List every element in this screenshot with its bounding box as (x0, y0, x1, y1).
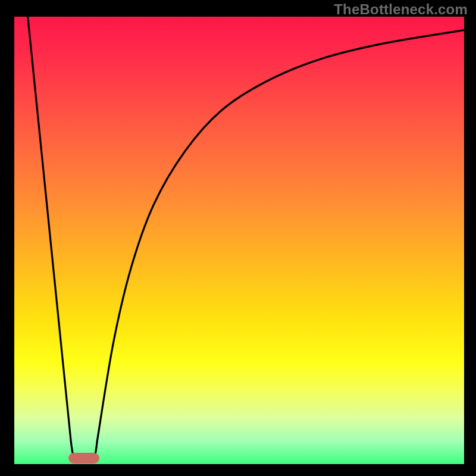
bottleneck-curve (28, 17, 464, 459)
plot-area (14, 17, 464, 464)
valley-marker (68, 453, 99, 464)
attribution-label: TheBottleneck.com (334, 1, 468, 18)
plot-wrap (14, 17, 464, 464)
curve-svg (14, 17, 464, 464)
chart-frame: TheBottleneck.com (0, 0, 476, 476)
